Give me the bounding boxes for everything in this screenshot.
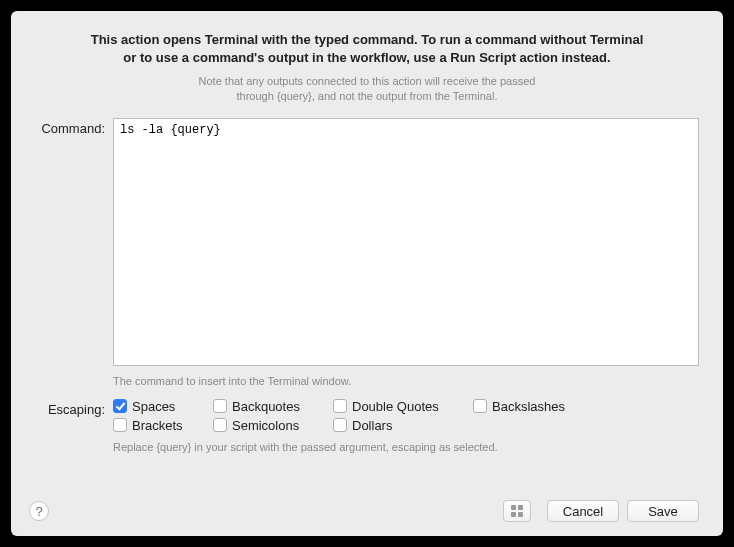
escaping-options: SpacesBackquotesDouble QuotesBackslashes… — [113, 399, 699, 433]
escaping-row: Escaping: SpacesBackquotesDouble QuotesB… — [35, 399, 699, 453]
command-input[interactable] — [113, 118, 699, 366]
header-note: Note that any outputs connected to this … — [35, 74, 699, 104]
save-button[interactable]: Save — [627, 500, 699, 522]
header-note-1: Note that any outputs connected to this … — [199, 75, 536, 87]
escaping-checkbox-semicolons[interactable] — [213, 418, 227, 432]
escaping-checkbox-brackets[interactable] — [113, 418, 127, 432]
escaping-label-dollars: Dollars — [352, 418, 392, 433]
header-line-2: or to use a command's output in the work… — [123, 50, 610, 65]
escaping-checkbox-double_quotes[interactable] — [333, 399, 347, 413]
escaping-option-brackets[interactable]: Brackets — [113, 418, 213, 433]
escaping-hint: Replace {query} in your script with the … — [113, 441, 699, 453]
cancel-button[interactable]: Cancel — [547, 500, 619, 522]
escaping-checkbox-backquotes[interactable] — [213, 399, 227, 413]
escaping-label-backquotes: Backquotes — [232, 399, 300, 414]
header-text: This action opens Terminal with the type… — [35, 31, 699, 66]
header-line-1: This action opens Terminal with the type… — [91, 32, 644, 47]
escaping-checkbox-backslashes[interactable] — [473, 399, 487, 413]
escaping-option-backquotes[interactable]: Backquotes — [213, 399, 333, 414]
escaping-label-backslashes: Backslashes — [492, 399, 565, 414]
escaping-label-semicolons: Semicolons — [232, 418, 299, 433]
escaping-label-double_quotes: Double Quotes — [352, 399, 439, 414]
command-hint: The command to insert into the Terminal … — [113, 375, 699, 387]
variables-button[interactable] — [503, 500, 531, 522]
escaping-option-backslashes[interactable]: Backslashes — [473, 399, 593, 414]
escaping-option-dollars[interactable]: Dollars — [333, 418, 473, 433]
escaping-option-semicolons[interactable]: Semicolons — [213, 418, 333, 433]
command-label: Command: — [35, 118, 113, 387]
escaping-label-brackets: Brackets — [132, 418, 183, 433]
footer: ? Cancel Save — [29, 500, 699, 522]
escaping-label-spaces: Spaces — [132, 399, 175, 414]
help-icon: ? — [35, 504, 42, 519]
dialog-window: This action opens Terminal with the type… — [11, 11, 723, 536]
escaping-option-double_quotes[interactable]: Double Quotes — [333, 399, 473, 414]
escaping-option-spaces[interactable]: Spaces — [113, 399, 213, 414]
header-note-2: through {query}, and not the output from… — [237, 90, 498, 102]
grid-icon — [511, 505, 523, 517]
help-button[interactable]: ? — [29, 501, 49, 521]
command-row: Command: The command to insert into the … — [35, 118, 699, 387]
escaping-checkbox-dollars[interactable] — [333, 418, 347, 432]
escaping-checkbox-spaces[interactable] — [113, 399, 127, 413]
escaping-label: Escaping: — [35, 399, 113, 453]
